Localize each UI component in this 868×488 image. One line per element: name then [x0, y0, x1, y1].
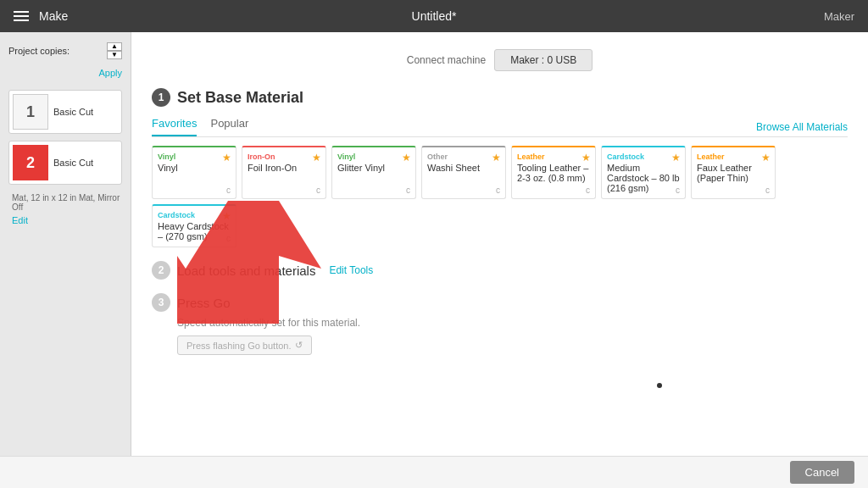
browse-all-link[interactable]: Browse All Materials [756, 121, 848, 133]
fav-dot-faux: c [765, 186, 770, 195]
fav-dot-washi: c [496, 186, 500, 195]
project-copies-row: Project copies: ▲ ▼ [8, 42, 122, 59]
hamburger-icon[interactable] [14, 11, 29, 21]
mat2-sub: Mat, 12 in x 12 in Mat, Mirror Off [12, 193, 122, 212]
document-title: Untitled* [412, 9, 457, 23]
mat-cat-leather2: Leather [697, 152, 770, 161]
star-iron: ★ [312, 152, 321, 164]
mat-cat-vinyl: Vinyl [158, 152, 231, 161]
material-card-heavy-cardstock[interactable]: Cardstock Heavy Cardstock – (270 gsm) ★ … [152, 204, 236, 247]
material-card-glitter[interactable]: Vinyl Glitter Vinyl ★ c [331, 146, 416, 199]
mat-name-leather: Tooling Leather – 2-3 oz. (0.8 mm) [517, 163, 590, 183]
step2-section: 2 Load tools and materials Edit Tools [152, 261, 848, 280]
tab-popular[interactable]: Popular [210, 117, 248, 136]
mat-item-1[interactable]: 1 Basic Cut [8, 90, 122, 134]
app-name: Make [39, 9, 68, 23]
fav-dot-cardstock: c [676, 186, 680, 195]
bottom-bar: Cancel [0, 456, 868, 488]
star-faux: ★ [761, 152, 771, 164]
mat-name-glitter: Glitter Vinyl [337, 163, 410, 173]
step3-badge: 3 [152, 293, 170, 312]
main-layout: Project copies: ▲ ▼ Apply 1 Basic Cut 2 … [0, 32, 868, 488]
sidebar: Project copies: ▲ ▼ Apply 1 Basic Cut 2 … [0, 32, 131, 488]
material-card-iron-on[interactable]: Iron-On Foil Iron-On ★ c [242, 146, 326, 199]
material-grid: Vinyl Vinyl ★ c Iron-On Foil Iron-On ★ c… [152, 146, 848, 247]
refresh-icon: ↺ [295, 340, 303, 351]
star-glitter: ★ [402, 152, 411, 164]
tabs-left: Favorites Popular [152, 117, 248, 136]
step3-title: Press Go [177, 296, 231, 310]
material-card-faux-leather[interactable]: Leather Faux Leather (Paper Thin) ★ c [691, 146, 776, 199]
mat-cat-leather: Leather [517, 152, 590, 161]
step2-title: Load tools and materials [177, 263, 315, 278]
step1-title-row: 1 Set Base Material [152, 88, 848, 107]
tab-favorites[interactable]: Favorites [152, 117, 197, 136]
step2-badge: 2 [152, 261, 170, 280]
press-go-button: Press flashing Go button. ↺ [177, 336, 312, 355]
top-bar-left: Make [14, 9, 68, 23]
fav-dot-iron: c [316, 186, 320, 195]
fav-dot-vinyl: c [226, 186, 231, 195]
step3-section: 3 Press Go Speed automatically set for t… [152, 293, 848, 355]
mat-name-heavy: Heavy Cardstock – (270 gsm) [158, 221, 231, 241]
material-card-medium-cardstock[interactable]: Cardstock Medium Cardstock – 80 lb (216 … [601, 146, 686, 199]
cancel-button[interactable]: Cancel [790, 461, 854, 484]
mat1-label: Basic Cut [53, 107, 93, 117]
material-card-vinyl[interactable]: Vinyl Vinyl ★ c [152, 146, 236, 199]
copies-stepper[interactable]: ▲ ▼ [107, 42, 122, 59]
project-copies-label: Project copies: [8, 46, 70, 56]
mat2-edit-link[interactable]: Edit [12, 215, 28, 225]
mat-cat-washi: Other [427, 152, 500, 161]
fav-dot-heavy: c [226, 234, 231, 243]
mat-cat-iron: Iron-On [248, 152, 320, 161]
step2-header: 2 Load tools and materials Edit Tools [152, 261, 848, 280]
star-vinyl: ★ [222, 152, 231, 164]
star-cardstock: ★ [671, 152, 681, 164]
mat-name-vinyl: Vinyl [158, 163, 231, 173]
top-bar: Make Untitled* Maker [0, 0, 868, 32]
connect-button[interactable]: Maker : 0 USB [494, 49, 593, 71]
star-washi: ★ [492, 152, 501, 164]
material-card-tooling[interactable]: Leather Tooling Leather – 2-3 oz. (0.8 m… [511, 146, 596, 199]
material-card-washi[interactable]: Other Washi Sheet ★ c [421, 146, 506, 199]
mat-thumb-1: 1 [13, 94, 48, 130]
edit-tools-link[interactable]: Edit Tools [329, 264, 373, 276]
mat2-label: Basic Cut [53, 158, 93, 168]
mat-name-faux: Faux Leather (Paper Thin) [697, 163, 770, 183]
apply-button[interactable]: Apply [98, 68, 122, 78]
step1-badge: 1 [152, 88, 170, 107]
mat-cat-glitter: Vinyl [337, 152, 410, 161]
material-tabs: Favorites Popular Browse All Materials [152, 117, 848, 137]
mat-name-washi: Washi Sheet [427, 163, 500, 173]
mat-item-2[interactable]: 2 Basic Cut [8, 141, 122, 185]
star-leather: ★ [581, 152, 591, 164]
main-content: Connect machine Maker : 0 USB 1 Set Base… [131, 32, 868, 488]
fav-dot-leather: c [586, 186, 590, 195]
mat-cat-cardstock2: Cardstock [158, 211, 231, 219]
step1-title: Set Base Material [177, 89, 303, 107]
machine-name: Maker [824, 10, 854, 23]
step1-section: 1 Set Base Material Favorites Popular Br… [152, 88, 848, 247]
mat-name-cardstock: Medium Cardstock – 80 lb (216 gsm) [607, 163, 680, 193]
mat-thumb-2: 2 [13, 145, 48, 180]
connect-bar: Connect machine Maker : 0 USB [152, 49, 848, 71]
step3-desc: Speed automatically set for this materia… [177, 317, 848, 329]
mat-name-iron: Foil Iron-On [248, 163, 320, 173]
fav-dot-glitter: c [406, 186, 410, 195]
connect-label: Connect machine [407, 54, 486, 66]
mat-cat-cardstock: Cardstock [607, 152, 680, 161]
copies-up-button[interactable]: ▲ [107, 42, 122, 51]
step3-header: 3 Press Go [152, 293, 848, 312]
press-go-label: Press flashing Go button. [186, 341, 292, 351]
star-heavy: ★ [222, 210, 231, 222]
copies-down-button[interactable]: ▼ [107, 51, 122, 59]
